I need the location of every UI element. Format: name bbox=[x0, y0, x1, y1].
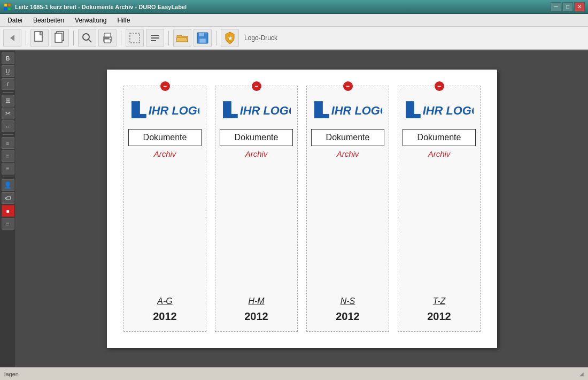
svg-rect-20 bbox=[199, 33, 204, 36]
zoom-button[interactable] bbox=[78, 29, 96, 47]
svg-line-10 bbox=[89, 40, 92, 43]
logo-area-3: IHR LOGO bbox=[311, 96, 384, 124]
year-2: 2012 bbox=[244, 310, 268, 323]
svg-marker-4 bbox=[10, 35, 14, 41]
svg-rect-0 bbox=[4, 4, 7, 6]
svg-rect-15 bbox=[130, 33, 140, 43]
remove-icon-3[interactable]: − bbox=[343, 81, 353, 92]
paper-canvas: − IHR LOGO Dokumente Archiv bbox=[107, 70, 497, 348]
sidebar-divider-1 bbox=[3, 92, 13, 93]
menu-hilfe[interactable]: Hilfe bbox=[112, 16, 135, 25]
logo-shield-button[interactable]: ★ bbox=[221, 29, 239, 47]
logo-area-2: IHR LOGO bbox=[220, 96, 293, 124]
main-area: B U I ⊞ ✂ ↔ ≡ ≡ ≡ 👤 🏷 ■ ≡ − bbox=[0, 50, 588, 367]
text-tool-button[interactable] bbox=[146, 29, 164, 47]
svg-text:IHR LOGO: IHR LOGO bbox=[240, 104, 291, 117]
logo-area-4: IHR LOGO bbox=[403, 96, 476, 124]
svg-rect-1 bbox=[8, 4, 11, 6]
save-button[interactable] bbox=[194, 29, 212, 47]
svg-point-14 bbox=[110, 37, 111, 39]
align-right-button[interactable]: ≡ bbox=[2, 163, 14, 174]
toolbar-sep-2 bbox=[73, 31, 74, 45]
remove-icon-4[interactable]: − bbox=[434, 81, 445, 92]
remove-icon-1[interactable]: − bbox=[160, 81, 171, 92]
svg-rect-2 bbox=[4, 7, 7, 10]
svg-rect-24 bbox=[131, 114, 146, 118]
archiv-4: Archiv bbox=[428, 149, 451, 158]
close-button[interactable]: ✕ bbox=[574, 2, 585, 12]
back-button[interactable] bbox=[3, 29, 21, 47]
range-2: H-M bbox=[248, 297, 264, 306]
label-card-2[interactable]: − IHR LOGO Dokumente Archiv H-M 2012 bbox=[215, 86, 298, 332]
left-sidebar: B U I ⊞ ✂ ↔ ≡ ≡ ≡ 👤 🏷 ■ ≡ bbox=[0, 50, 16, 367]
remove-icon-2[interactable]: − bbox=[251, 81, 262, 92]
dokumente-1: Dokumente bbox=[128, 129, 202, 146]
canvas-area[interactable]: − IHR LOGO Dokumente Archiv bbox=[16, 50, 588, 367]
range-4: T-Z bbox=[433, 297, 445, 306]
person-button[interactable]: 👤 bbox=[2, 179, 14, 191]
label-card-3[interactable]: − IHR LOGO Dokumente Archiv N-S 2012 bbox=[306, 86, 389, 332]
svg-text:IHR LOGO: IHR LOGO bbox=[331, 104, 382, 117]
svg-text:IHR LOGO: IHR LOGO bbox=[423, 104, 474, 117]
dokumente-2: Dokumente bbox=[220, 129, 293, 146]
copy-page-button[interactable] bbox=[51, 29, 69, 47]
year-4: 2012 bbox=[427, 310, 451, 323]
archiv-1: Archiv bbox=[154, 149, 176, 158]
logo-area-1: IHR LOGO bbox=[128, 96, 202, 124]
svg-point-9 bbox=[83, 34, 89, 40]
year-1: 2012 bbox=[153, 310, 177, 323]
svg-rect-13 bbox=[104, 39, 111, 43]
tag-button[interactable]: 🏷 bbox=[2, 192, 14, 204]
italic-button[interactable]: I bbox=[2, 78, 14, 90]
label-card-4[interactable]: − IHR LOGO Dokumente Archiv T-Z 2012 bbox=[398, 86, 481, 332]
svg-text:★: ★ bbox=[228, 35, 233, 41]
svg-rect-30 bbox=[314, 114, 329, 118]
svg-rect-21 bbox=[199, 39, 206, 43]
scissor-button[interactable]: ✂ bbox=[2, 108, 14, 119]
underline-button[interactable]: U bbox=[2, 65, 14, 77]
open-button[interactable] bbox=[173, 29, 191, 47]
svg-text:IHR LOGO: IHR LOGO bbox=[149, 104, 199, 117]
title-bar: Leitz 1685-1 kurz breit - Dokumente Arch… bbox=[0, 0, 588, 14]
align-center-button[interactable]: ≡ bbox=[2, 150, 14, 162]
status-text: lagen bbox=[4, 371, 19, 377]
bold-button[interactable]: B bbox=[2, 52, 14, 64]
labels-container: − IHR LOGO Dokumente Archiv bbox=[123, 86, 481, 332]
dokumente-3: Dokumente bbox=[311, 129, 384, 146]
selection-button[interactable] bbox=[126, 29, 144, 47]
svg-rect-33 bbox=[406, 114, 421, 118]
grid-button[interactable]: ⊞ bbox=[2, 95, 14, 107]
align-left-button[interactable]: ≡ bbox=[2, 137, 14, 149]
range-3: N-S bbox=[341, 297, 355, 306]
resize-handle[interactable]: ◢ bbox=[579, 371, 584, 377]
menu-bearbeiten[interactable]: Bearbeiten bbox=[28, 16, 69, 25]
archiv-2: Archiv bbox=[245, 149, 268, 158]
sidebar-divider-3 bbox=[3, 177, 13, 177]
menu-verwaltung[interactable]: Verwaltung bbox=[69, 16, 112, 25]
sidebar-divider-2 bbox=[3, 134, 13, 135]
new-page-button[interactable] bbox=[30, 29, 49, 47]
toolbar: ★ Logo-Druck bbox=[0, 27, 588, 50]
label-card-1[interactable]: − IHR LOGO Dokumente Archiv bbox=[123, 86, 206, 332]
dokumente-4: Dokumente bbox=[403, 129, 476, 146]
svg-rect-8 bbox=[55, 33, 62, 42]
list-button[interactable]: ≡ bbox=[2, 218, 14, 230]
color-button[interactable]: ■ bbox=[2, 205, 14, 217]
svg-rect-12 bbox=[104, 33, 111, 37]
window-title: Leitz 1685-1 kurz breit - Dokumente Arch… bbox=[15, 4, 551, 10]
menu-datei[interactable]: Datei bbox=[2, 16, 28, 25]
toolbar-sep-5 bbox=[216, 31, 216, 45]
status-bar: lagen ◢ bbox=[0, 367, 588, 380]
menu-bar: Datei Bearbeiten Verwaltung Hilfe bbox=[0, 14, 588, 27]
minimize-button[interactable]: ─ bbox=[551, 2, 561, 12]
toolbar-sep-4 bbox=[168, 31, 169, 45]
svg-rect-27 bbox=[223, 114, 238, 118]
resize-button[interactable]: ↔ bbox=[2, 120, 14, 132]
maximize-button[interactable]: □ bbox=[562, 2, 573, 12]
range-1: A-G bbox=[157, 297, 172, 306]
print-button[interactable] bbox=[98, 29, 117, 47]
archiv-3: Archiv bbox=[337, 149, 359, 158]
svg-rect-3 bbox=[8, 7, 11, 10]
toolbar-sep-1 bbox=[26, 31, 26, 45]
logo-druck-label: Logo-Druck bbox=[244, 34, 277, 42]
